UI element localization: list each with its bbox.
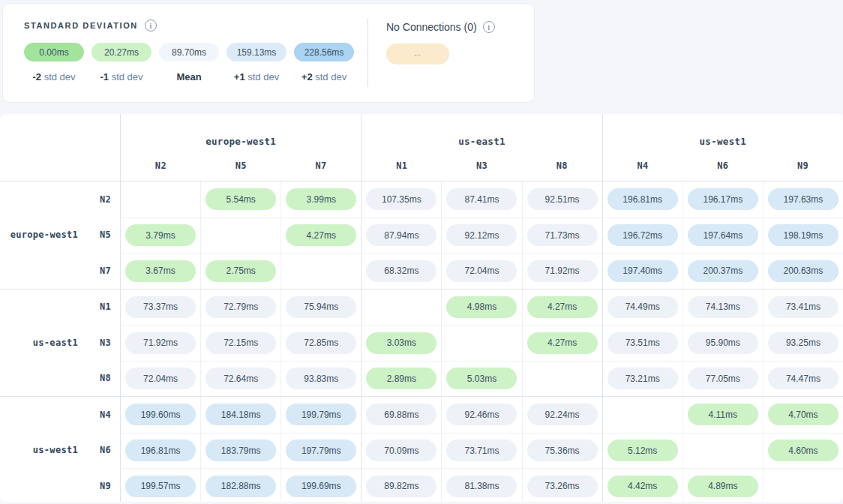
col-region-header: us-east1 (362, 114, 602, 150)
latency-chip[interactable]: 81.38ms (446, 476, 517, 497)
latency-chip[interactable]: 73.51ms (608, 332, 678, 354)
latency-chip[interactable]: 199.57ms (125, 476, 196, 497)
latency-chip[interactable]: 72.64ms (206, 368, 276, 389)
latency-chip[interactable]: 196.81ms (608, 188, 678, 210)
latency-chip[interactable]: 5.12ms (608, 440, 678, 461)
latency-chip[interactable]: 72.85ms (286, 332, 356, 354)
latency-chip[interactable]: 107.35ms (366, 188, 436, 210)
latency-chip[interactable]: 3.03ms (366, 332, 436, 354)
latency-chip[interactable]: 200.37ms (688, 260, 758, 282)
latency-chip[interactable]: 4.42ms (608, 476, 678, 497)
latency-cell: 3.67ms (120, 253, 200, 289)
latency-chip[interactable]: 95.90ms (688, 332, 758, 354)
std-dev-legend: STANDARD DEVIATION i 0.00ms20.27ms89.70m… (3, 4, 368, 102)
latency-chip[interactable]: 196.72ms (608, 224, 678, 246)
latency-chip[interactable]: 93.25ms (768, 332, 838, 354)
latency-chip[interactable]: 71.92ms (527, 260, 598, 282)
latency-chip[interactable]: 4.98ms (446, 296, 517, 318)
no-connections-chip: -- (386, 44, 449, 64)
latency-cell: 4.60ms (763, 433, 843, 469)
latency-chip[interactable]: 70.09ms (366, 440, 436, 461)
latency-chip[interactable]: 199.69ms (286, 476, 356, 497)
matrix-row: N25.54ms3.99ms107.35ms87.41ms92.51ms196.… (82, 182, 843, 218)
latency-chip[interactable]: 73.21ms (608, 368, 678, 389)
info-icon[interactable]: i (145, 20, 157, 32)
latency-chip[interactable]: 184.18ms (206, 404, 276, 425)
latency-chip[interactable]: 68.32ms (366, 260, 436, 282)
latency-chip[interactable]: 199.79ms (286, 404, 356, 425)
latency-chip[interactable]: 5.03ms (446, 368, 517, 389)
latency-chip[interactable]: 2.89ms (366, 368, 436, 389)
latency-chip[interactable]: 5.54ms (206, 188, 276, 210)
latency-chip[interactable]: 73.37ms (125, 296, 196, 318)
latency-chip[interactable]: 4.11ms (688, 404, 758, 425)
latency-chip[interactable]: 197.40ms (608, 260, 678, 282)
latency-chip[interactable]: 87.94ms (366, 224, 436, 246)
latency-chip[interactable]: 4.89ms (688, 476, 758, 497)
row-group-rows: N173.37ms72.79ms75.94ms4.98ms4.27ms74.49… (82, 290, 843, 397)
latency-chip[interactable]: 196.17ms (688, 188, 758, 210)
col-node-header: N1 (362, 150, 442, 181)
latency-chip[interactable]: 92.24ms (527, 404, 598, 425)
latency-cell: 182.88ms (200, 468, 280, 502)
latency-cell: 198.19ms (763, 218, 843, 254)
latency-chip[interactable]: 3.99ms (286, 188, 356, 210)
latency-chip[interactable]: 196.81ms (125, 440, 196, 461)
latency-cell: 92.46ms (441, 397, 521, 433)
latency-chip[interactable]: 197.63ms (768, 188, 838, 210)
latency-chip[interactable]: 2.75ms (206, 260, 276, 282)
latency-cell: 73.26ms (522, 468, 602, 502)
latency-chip[interactable]: 73.41ms (768, 296, 838, 318)
latency-chip[interactable]: 92.12ms (446, 224, 517, 246)
row-region-label: us-west1 (0, 397, 82, 502)
latency-chip[interactable]: 183.79ms (206, 440, 276, 461)
latency-chip[interactable]: 75.94ms (286, 296, 356, 318)
latency-chip[interactable]: 73.71ms (446, 440, 517, 461)
latency-chip[interactable]: 4.60ms (768, 440, 838, 461)
latency-chip[interactable]: 4.27ms (527, 332, 598, 354)
latency-chip[interactable]: 3.67ms (125, 260, 196, 282)
latency-chip[interactable]: 93.83ms (286, 368, 356, 389)
latency-chip[interactable]: 69.88ms (366, 404, 436, 425)
row-node-label: N3 (82, 325, 120, 361)
latency-chip[interactable]: 74.49ms (608, 296, 678, 318)
latency-cell: 74.47ms (763, 361, 843, 397)
row-node-label: N4 (82, 397, 120, 433)
latency-chip[interactable]: 92.51ms (527, 188, 598, 210)
latency-cell (120, 182, 200, 218)
latency-chip[interactable]: 71.73ms (527, 224, 598, 246)
latency-chip[interactable]: 74.47ms (768, 368, 838, 389)
info-icon[interactable]: i (483, 21, 495, 33)
latency-chip[interactable]: 4.27ms (527, 296, 598, 318)
std-dev-title-row: STANDARD DEVIATION i (24, 20, 354, 32)
latency-cell: 73.71ms (441, 433, 521, 469)
row-node-label: N1 (82, 290, 120, 326)
latency-chip[interactable]: 87.41ms (446, 188, 517, 210)
latency-chip[interactable]: 72.04ms (446, 260, 517, 282)
latency-chip[interactable]: 200.63ms (768, 260, 838, 282)
latency-cell: 72.04ms (120, 361, 200, 397)
no-connections-legend: No Connections (0) i -- (368, 4, 495, 102)
latency-cell: 196.72ms (602, 218, 682, 254)
latency-chip[interactable]: 89.82ms (366, 476, 436, 497)
latency-chip[interactable]: 182.88ms (206, 476, 276, 497)
latency-chip[interactable]: 198.19ms (768, 224, 838, 246)
latency-chip[interactable]: 71.92ms (125, 332, 196, 354)
latency-chip[interactable]: 197.64ms (688, 224, 758, 246)
latency-chip[interactable]: 72.15ms (206, 332, 276, 354)
latency-chip[interactable]: 4.27ms (286, 224, 356, 246)
latency-cell: 72.85ms (280, 325, 361, 361)
latency-chip[interactable]: 72.04ms (125, 368, 196, 389)
latency-chip[interactable]: 92.46ms (446, 404, 517, 425)
col-node-header: N9 (763, 150, 843, 181)
latency-chip[interactable]: 75.36ms (527, 440, 598, 461)
latency-chip[interactable]: 74.13ms (688, 296, 758, 318)
latency-chip[interactable]: 77.05ms (688, 368, 758, 389)
latency-chip[interactable]: 73.26ms (527, 476, 598, 497)
latency-chip[interactable]: 72.79ms (206, 296, 276, 318)
latency-chip[interactable]: 197.79ms (286, 440, 356, 461)
latency-chip[interactable]: 4.70ms (768, 404, 838, 425)
latency-chip[interactable]: 3.79ms (125, 224, 196, 246)
latency-cell: 4.27ms (522, 325, 602, 361)
latency-chip[interactable]: 199.60ms (125, 404, 196, 425)
